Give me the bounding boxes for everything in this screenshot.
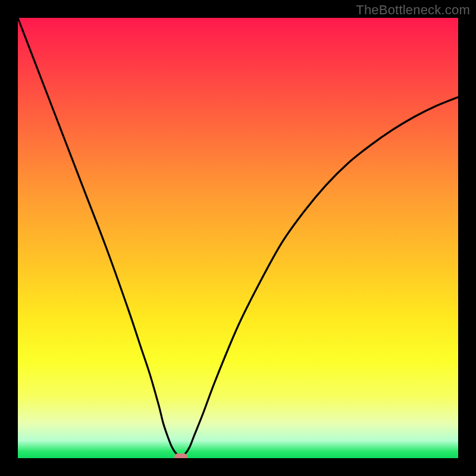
plot-area	[18, 18, 458, 458]
frame-border	[0, 458, 476, 476]
frame-border	[0, 0, 18, 476]
frame-border	[458, 0, 476, 476]
watermark-text: TheBottleneck.com	[356, 2, 470, 18]
bottleneck-curve	[18, 18, 458, 458]
